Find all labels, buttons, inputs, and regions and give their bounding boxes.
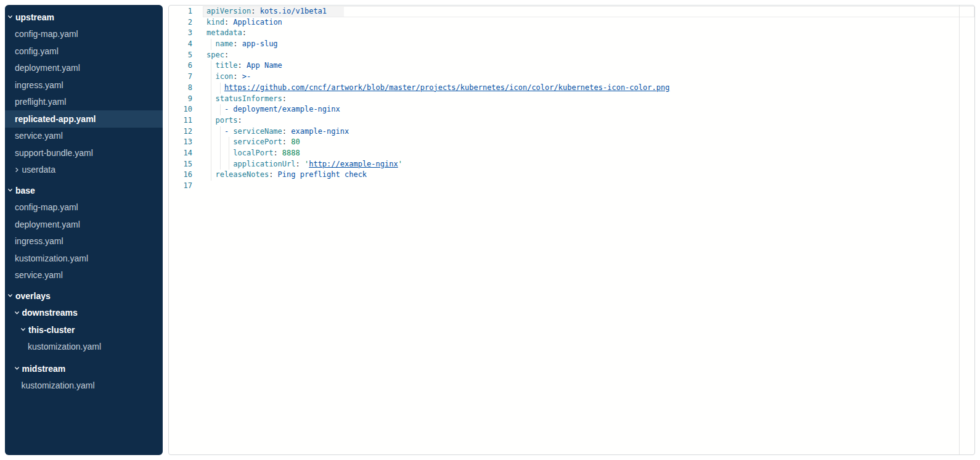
scrollbar-track-divider[interactable] [959, 6, 960, 454]
code-line[interactable]: 2kind: Application [169, 17, 974, 28]
code-line[interactable]: 3metadata: [169, 28, 974, 39]
tree-item-kustomization-yaml[interactable]: kustomization.yaml [5, 250, 163, 267]
indent-guides [206, 126, 224, 138]
code-token-val: Ping preflight check [278, 170, 367, 179]
tree-item-support-bundle-yaml[interactable]: support-bundle.yaml [5, 144, 163, 162]
tree-item-upstream[interactable]: upstream [5, 9, 163, 26]
tree-item-config-yaml[interactable]: config.yaml [5, 43, 163, 60]
code-token-pun: : [269, 170, 277, 179]
code-token-key: serviceName [233, 127, 282, 136]
tree-item-replicated-app-yaml[interactable]: replicated-app.yaml [5, 110, 163, 128]
code-token-key: applicationUrl [233, 160, 295, 168]
chevron-down-icon [7, 14, 13, 20]
line-number[interactable]: 2 [169, 17, 192, 28]
code-line[interactable]: 7icon: >- [169, 72, 974, 83]
tree-item-service-yaml[interactable]: service.yaml [5, 128, 163, 145]
tree-item-base[interactable]: base [5, 182, 163, 199]
code-line[interactable]: 6title: App Name [169, 60, 974, 72]
code-line[interactable]: 14localPort: 8888 [169, 148, 974, 159]
code-token-pun: : [238, 116, 242, 125]
tree-item-downstreams[interactable]: downstreams [5, 305, 163, 322]
line-number[interactable]: 8 [169, 83, 192, 94]
line-number[interactable]: 3 [169, 28, 192, 39]
line-number[interactable]: 10 [169, 104, 192, 115]
code-token-op: - [224, 127, 233, 136]
tree-item-service-yaml[interactable]: service.yaml [5, 267, 163, 284]
code-line[interactable]: 12- serviceName: example-nginx [169, 126, 974, 138]
yaml-code-editor[interactable]: 1apiVersion: kots.io/v1beta12kind: Appli… [168, 5, 975, 455]
code-line-content: statusInformers: [203, 94, 287, 105]
code-line-content: ports: [203, 115, 242, 126]
line-number[interactable]: 15 [169, 159, 192, 170]
code-token-qu: ' [398, 160, 402, 168]
tree-item-label: ingress.yaml [15, 80, 63, 90]
tree-item-deployment-yaml[interactable]: deployment.yaml [5, 60, 163, 77]
line-number[interactable]: 13 [169, 137, 192, 148]
code-token-val: example-nginx [291, 127, 349, 136]
code-area[interactable]: 1apiVersion: kots.io/v1beta12kind: Appli… [169, 6, 974, 192]
tree-item-deployment-yaml[interactable]: deployment.yaml [5, 216, 163, 233]
line-number[interactable]: 9 [169, 94, 192, 105]
code-token-key: metadata [206, 28, 242, 37]
tree-item-config-map-yaml[interactable]: config-map.yaml [5, 199, 163, 216]
file-tree: upstreamconfig-map.yamlconfig.yamldeploy… [5, 9, 163, 394]
line-number[interactable]: 7 [169, 72, 192, 83]
code-token-op: - [224, 105, 233, 113]
tree-item-kustomization-yaml[interactable]: kustomization.yaml [5, 339, 163, 356]
line-number[interactable]: 16 [169, 170, 192, 181]
line-number[interactable]: 1 [169, 6, 192, 17]
code-line[interactable]: 15applicationUrl: 'http://example-nginx' [169, 159, 974, 170]
code-token-op: >- [242, 72, 251, 81]
code-line-content: https://github.com/cncf/artwork/blob/mas… [203, 83, 669, 94]
tree-item-kustomization-yaml[interactable]: kustomization.yaml [5, 377, 163, 395]
code-line-content: - serviceName: example-nginx [203, 126, 349, 138]
tree-item-overlays[interactable]: overlays [5, 287, 163, 305]
code-line[interactable]: 4name: app-slug [169, 39, 974, 50]
code-token-key: releaseNotes [215, 170, 269, 179]
code-line-content: kind: Application [203, 17, 282, 28]
code-token-key: kind [206, 18, 224, 27]
code-token-pun: : [282, 127, 291, 136]
code-token-pun: : [282, 138, 291, 146]
code-line[interactable]: 11ports: [169, 115, 974, 126]
tree-item-ingress-yaml[interactable]: ingress.yaml [5, 233, 163, 250]
line-number[interactable]: 12 [169, 126, 192, 138]
code-line[interactable]: 10- deployment/example-nginx [169, 104, 974, 115]
code-token-key: ports [215, 116, 237, 125]
code-token-pun: : [224, 51, 229, 59]
tree-item-label: kustomization.yaml [22, 380, 95, 390]
code-line[interactable]: 8https://github.com/cncf/artwork/blob/ma… [169, 83, 974, 94]
code-line-content: apiVersion: kots.io/v1beta1 [203, 6, 344, 17]
code-line[interactable]: 17 [169, 181, 974, 192]
code-token-pun: : [273, 149, 282, 157]
file-tree-sidebar: upstreamconfig-map.yamlconfig.yamldeploy… [5, 5, 163, 455]
code-line[interactable]: 16releaseNotes: Ping preflight check [169, 170, 974, 181]
tree-item-this-cluster[interactable]: this-cluster [5, 321, 163, 339]
code-line-content [203, 181, 206, 192]
tree-item-midstream[interactable]: midstream [5, 360, 163, 377]
tree-item-preflight-yaml[interactable]: preflight.yaml [5, 94, 163, 111]
line-number[interactable]: 14 [169, 148, 192, 159]
chevron-down-icon [14, 366, 20, 371]
tree-item-config-map-yaml[interactable]: config-map.yaml [5, 26, 163, 43]
code-token-val: deployment/example-nginx [233, 105, 340, 113]
code-line[interactable]: 13servicePort: 80 [169, 137, 974, 148]
tree-item-label: config.yaml [15, 46, 59, 56]
code-token-pun: : [242, 28, 247, 37]
code-token-pun: : [251, 7, 259, 15]
tree-item-userdata[interactable]: userdata [5, 162, 163, 179]
indent-guides [206, 72, 215, 83]
line-number[interactable]: 11 [169, 115, 192, 126]
code-line[interactable]: 5spec: [169, 50, 974, 61]
indent-guides [206, 148, 233, 159]
line-number[interactable]: 4 [169, 39, 192, 50]
code-line-content: releaseNotes: Ping preflight check [203, 170, 367, 181]
code-line[interactable]: 9statusInformers: [169, 94, 974, 105]
line-number[interactable]: 17 [169, 181, 192, 192]
url-link[interactable]: http://example-nginx [309, 160, 398, 168]
line-number[interactable]: 6 [169, 60, 192, 72]
url-link[interactable]: https://github.com/cncf/artwork/blob/mas… [224, 83, 669, 92]
tree-item-ingress-yaml[interactable]: ingress.yaml [5, 76, 163, 94]
line-number[interactable]: 5 [169, 50, 192, 61]
code-line[interactable]: 1apiVersion: kots.io/v1beta1 [169, 6, 974, 17]
